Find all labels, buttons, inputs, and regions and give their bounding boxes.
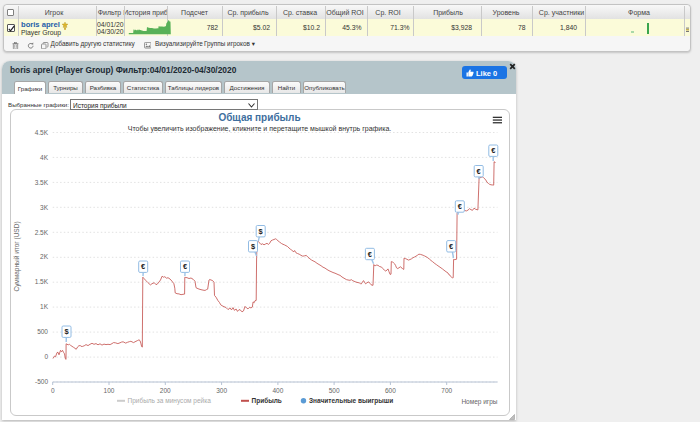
- svg-text:Суммарный итог (USD): Суммарный итог (USD): [13, 221, 21, 291]
- svg-text:400: 400: [272, 387, 283, 394]
- svg-text:Прибыль: Прибыль: [252, 397, 282, 405]
- svg-text:200: 200: [160, 387, 171, 394]
- svg-text:Значительные выигрыши: Значительные выигрыши: [309, 397, 393, 405]
- svg-text:-500: -500: [35, 378, 48, 385]
- svg-text:Чтобы увеличить изображение, к: Чтобы увеличить изображение, кликните и …: [128, 124, 392, 132]
- svg-text:Прибыль за минусом рейка: Прибыль за минусом рейка: [128, 397, 212, 405]
- svg-text:4.5K: 4.5K: [35, 128, 49, 135]
- svg-text:2.5K: 2.5K: [35, 228, 49, 235]
- svg-text:3.5K: 3.5K: [35, 178, 49, 185]
- svg-text:4K: 4K: [40, 153, 49, 160]
- svg-text:0: 0: [51, 387, 55, 394]
- svg-text:500: 500: [37, 328, 48, 335]
- svg-text:300: 300: [216, 387, 227, 394]
- svg-text:700: 700: [441, 387, 452, 394]
- svg-text:600: 600: [385, 387, 396, 394]
- svg-text:Общая прибыль: Общая прибыль: [218, 111, 300, 122]
- svg-text:3K: 3K: [40, 203, 49, 210]
- svg-text:Номер игры: Номер игры: [461, 397, 497, 405]
- svg-text:1K: 1K: [40, 303, 49, 310]
- svg-text:100: 100: [104, 387, 115, 394]
- svg-text:2K: 2K: [40, 253, 49, 260]
- svg-text:1.5K: 1.5K: [35, 278, 49, 285]
- svg-text:500: 500: [329, 387, 340, 394]
- svg-text:0: 0: [44, 353, 48, 360]
